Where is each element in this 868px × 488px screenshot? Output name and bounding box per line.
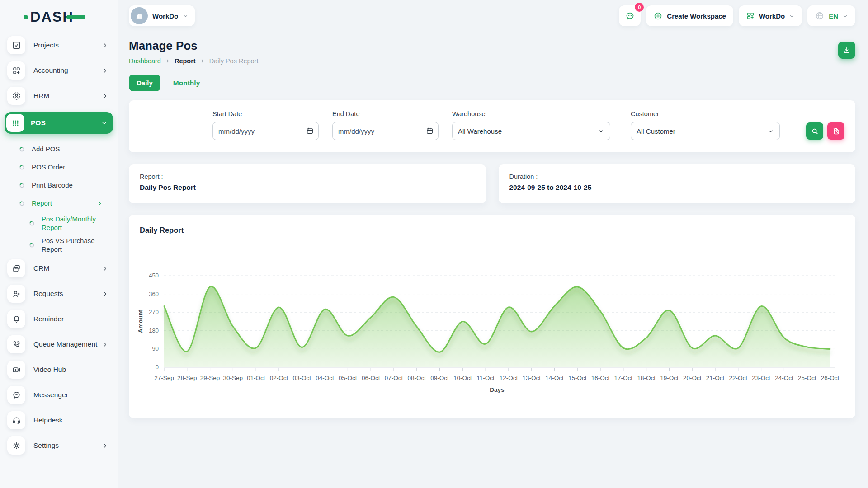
breadcrumb-dashboard[interactable]: Dashboard <box>129 57 161 65</box>
bullet-icon <box>19 183 25 188</box>
x-tick-label: 30-Sep <box>223 375 243 381</box>
tab-daily[interactable]: Daily <box>129 75 160 91</box>
grid-plus-icon <box>746 11 755 20</box>
sidebar-item-pos[interactable]: POS <box>5 112 113 134</box>
start-date-input[interactable] <box>212 122 319 140</box>
daily-report-chart: 09018027036045027-Sep28-Sep29-Sep30-Sep0… <box>129 246 855 415</box>
sidebar-item-pos-order[interactable]: POS Order <box>7 158 114 176</box>
warehouse-label: Warehouse <box>452 110 610 117</box>
customer-label: Customer <box>631 110 780 117</box>
sidebar-item-label: Print Barcode <box>32 181 73 190</box>
y-tick-label: 360 <box>149 291 159 297</box>
app-logo[interactable]: DASH <box>24 9 118 25</box>
chevron-down-icon <box>767 128 774 135</box>
y-tick-label: 450 <box>149 272 159 279</box>
create-workspace-button[interactable]: Create Workspace <box>646 5 733 26</box>
chevron-right-icon <box>165 58 170 64</box>
sidebar-item-label: CRM <box>33 264 49 272</box>
apply-filter-button[interactable] <box>806 122 823 140</box>
chevron-right-icon <box>102 42 108 49</box>
workspace-chip[interactable]: WorkDo <box>129 5 195 26</box>
search-icon <box>811 127 819 136</box>
bullet-icon <box>29 242 35 248</box>
duration-card: Duration : 2024-09-25 to 2024-10-25 <box>499 164 856 203</box>
sidebar-item-projects[interactable]: Projects <box>7 36 114 54</box>
language-selector[interactable]: EN <box>807 5 855 26</box>
workspace-menu-button[interactable]: WorkDo <box>739 5 802 26</box>
report-card-label: Report : <box>140 173 475 180</box>
download-icon <box>842 46 851 55</box>
sidebar-item-requests[interactable]: Requests <box>7 285 114 303</box>
topbar-actions: 0 Create Workspace WorkDo EN <box>619 5 855 26</box>
sidebar-item-label: Report <box>32 199 52 208</box>
sidebar-item-report[interactable]: Report <box>7 194 114 212</box>
sidebar-item-reminder[interactable]: Reminder <box>7 310 114 328</box>
sidebar-item-crm[interactable]: CRM <box>7 259 114 277</box>
sidebar-item-settings[interactable]: Settings <box>7 436 114 455</box>
x-tick-label: 06-Oct <box>362 375 380 381</box>
customer-select[interactable]: All Customer <box>631 122 780 140</box>
chat-bubble-icon <box>625 11 635 21</box>
reset-filter-button[interactable] <box>827 122 844 140</box>
tab-monthly[interactable]: Monthly <box>173 79 200 87</box>
x-tick-label: 20-Oct <box>683 375 702 381</box>
sidebar-item-add-pos[interactable]: Add POS <box>7 140 114 158</box>
duration-card-label: Duration : <box>509 173 845 180</box>
workspace-name: WorkDo <box>152 12 178 20</box>
customer-group: Customer All Customer <box>631 110 780 140</box>
sidebar-item-queue[interactable]: Queue Management <box>7 335 114 353</box>
end-date-input[interactable] <box>332 122 439 140</box>
x-tick-label: 27-Sep <box>154 375 174 381</box>
y-tick-label: 270 <box>149 309 159 315</box>
breadcrumb: Dashboard Report Daily Pos Report <box>129 57 855 65</box>
x-tick-label: 26-Oct <box>821 375 840 381</box>
x-tick-label: 10-Oct <box>453 375 472 381</box>
chevron-right-icon <box>102 442 108 449</box>
chevron-right-icon <box>200 58 205 64</box>
globe-icon <box>815 11 825 21</box>
projects-icon <box>7 36 25 54</box>
report-card: Report : Daily Pos Report <box>129 164 486 203</box>
breadcrumb-current: Daily Pos Report <box>209 57 259 65</box>
filter-card: Start Date End Date Warehouse All Wareho… <box>129 100 855 152</box>
report-card-value: Daily Pos Report <box>140 183 475 192</box>
sidebar-item-accounting[interactable]: Accounting <box>7 61 114 80</box>
x-tick-label: 05-Oct <box>339 375 357 381</box>
x-tick-label: 21-Oct <box>706 375 725 381</box>
chart-title: Daily Report <box>129 215 855 235</box>
y-axis-title: Amount <box>137 310 144 333</box>
breadcrumb-report[interactable]: Report <box>175 57 196 65</box>
chevron-down-icon <box>842 13 848 19</box>
sidebar-item-label: Messenger <box>33 391 68 399</box>
summary-cards: Report : Daily Pos Report Duration : 202… <box>129 164 855 203</box>
sidebar-item-pos-vs-purchase-report[interactable]: Pos VS Purchase Report <box>7 234 114 256</box>
chevron-right-icon <box>96 200 103 207</box>
sidebar-item-pos-daily-monthly-report[interactable]: Pos Daily/Monthly Report <box>7 212 114 234</box>
chevron-down-icon <box>183 13 189 19</box>
messages-button[interactable]: 0 <box>619 5 641 26</box>
chevron-down-icon <box>101 120 108 127</box>
sidebar-item-video-hub[interactable]: Video Hub <box>7 361 114 379</box>
sidebar-item-print-barcode[interactable]: Print Barcode <box>7 176 114 194</box>
sidebar-item-hrm[interactable]: HRM <box>7 87 114 105</box>
warehouse-group: Warehouse All Warehouse <box>452 110 610 140</box>
language-code: EN <box>829 12 838 20</box>
main-area: WorkDo 0 Create Workspace <box>118 0 868 488</box>
sidebar-item-label: Settings <box>33 441 59 450</box>
queue-icon <box>7 335 25 353</box>
end-date-label: End Date <box>332 110 439 117</box>
bullet-icon <box>29 221 35 226</box>
workspace-avatar <box>131 7 148 24</box>
x-tick-label: 12-Oct <box>500 375 518 381</box>
sidebar-item-label: POS <box>31 119 46 127</box>
download-report-button[interactable] <box>838 42 855 59</box>
chevron-right-icon <box>102 93 108 99</box>
notification-badge: 0 <box>635 3 644 12</box>
topbar: WorkDo 0 Create Workspace <box>129 0 855 32</box>
warehouse-select[interactable]: All Warehouse <box>452 122 610 140</box>
sidebar-item-helpdesk[interactable]: Helpdesk <box>7 411 114 429</box>
sidebar-item-messenger[interactable]: Messenger <box>7 386 114 404</box>
x-tick-label: 04-Oct <box>316 375 334 381</box>
x-tick-label: 18-Oct <box>637 375 656 381</box>
x-tick-label: 29-Sep <box>200 375 220 381</box>
